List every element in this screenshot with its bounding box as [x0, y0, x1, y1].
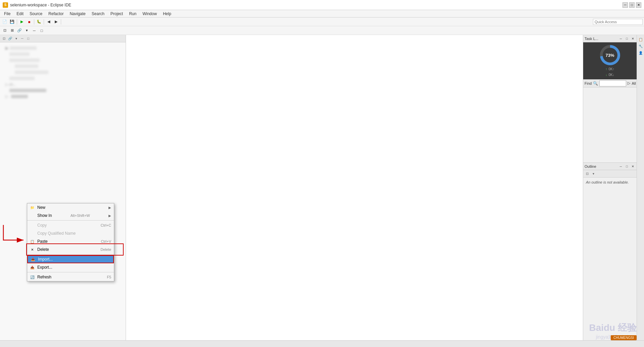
sep1	[17, 19, 17, 25]
task-panel-close[interactable]: ✕	[631, 36, 635, 41]
back-btn[interactable]: ◀	[45, 18, 52, 25]
outline-btn1[interactable]: ⊡	[585, 171, 590, 177]
close-button[interactable]: ✕	[636, 2, 641, 8]
outline-btn2[interactable]: ▾	[591, 171, 596, 177]
window-controls: ─ □ ✕	[622, 2, 641, 8]
far-right-btn1[interactable]: 📋	[638, 36, 644, 42]
outline-maximize[interactable]: □	[625, 164, 629, 169]
ctx-export[interactable]: 📤 Export...	[27, 263, 114, 271]
ctx-copy: Copy Ctrl+C	[27, 221, 114, 229]
stop-btn[interactable]: ■	[26, 18, 33, 25]
save-btn[interactable]: 💾	[9, 18, 15, 25]
network-down: ↓ 0K↓	[605, 73, 614, 77]
tree-item[interactable]: ▷ ch...	[3, 81, 123, 87]
network-up: ↑ 0K↑	[605, 67, 614, 71]
editor-content	[126, 35, 583, 346]
show-in-icon	[30, 213, 35, 218]
outline-title: Outline	[585, 164, 617, 168]
far-right-panel: 📋 🔧 👤	[637, 35, 644, 346]
paste-icon: 📋	[30, 239, 35, 244]
ctx-delete[interactable]: ✕ Delete Delete	[27, 245, 114, 254]
tree-item[interactable]	[3, 63, 123, 69]
tree-item[interactable]	[3, 57, 123, 63]
app-title: selenium-workspace - Eclipse IDE	[10, 3, 620, 7]
sep2	[34, 19, 34, 25]
status-bar	[0, 340, 644, 347]
task-list-panel: Task L... ─ □ ✕ 73% ↑ 0K↑ ↓ 0K↓	[583, 35, 637, 163]
view-menu-btn[interactable]: ▾	[24, 27, 30, 34]
quick-access-input[interactable]	[593, 19, 643, 25]
title-bar: S selenium-workspace - Eclipse IDE ─ □ ✕	[0, 0, 644, 10]
main-toolbar: 📄 💾 ▶ ■ 🐛 ◀ ▶	[0, 17, 644, 26]
project-tree-area: ▶ ▷ ch...	[0, 42, 126, 346]
ctx-paste[interactable]: 📋 Paste Ctrl+V	[27, 237, 114, 245]
ctx-sep2	[27, 254, 114, 255]
task-list-header: Task L... ─ □ ✕	[583, 35, 637, 42]
context-menu: 📁 New ▶ Show In Alt+Shift+W ▶ Copy Ctrl+…	[27, 203, 114, 281]
link-btn[interactable]: 🔗	[16, 27, 23, 34]
maximize-button[interactable]: □	[629, 2, 635, 8]
collapse-btn[interactable]: ⊡	[1, 27, 8, 34]
ctx-refresh[interactable]: 🔄 Refresh F5	[27, 273, 114, 281]
export-icon: 📤	[30, 265, 35, 270]
copy-qualified-icon	[30, 231, 35, 236]
menu-source[interactable]: Source	[27, 11, 45, 17]
tree-item[interactable]	[3, 75, 123, 81]
new-icon: 📁	[30, 205, 35, 210]
tree-item[interactable]	[3, 69, 123, 75]
collapse-all-btn[interactable]: ⊡	[1, 36, 7, 41]
cpu-gauge: 73%	[600, 45, 620, 65]
find-label: Find	[585, 81, 592, 85]
ctx-show-in[interactable]: Show In Alt+Shift+W ▶	[27, 211, 114, 220]
minimize-left-btn[interactable]: ─	[19, 36, 25, 41]
blurred-tree: ▶ ▷ ch...	[0, 42, 126, 102]
expand-btn[interactable]: ⊞	[9, 27, 15, 34]
run-btn[interactable]: ▶	[18, 18, 25, 25]
task-list-title: Task L...	[585, 37, 617, 41]
tree-item[interactable]	[3, 51, 123, 57]
tree-item[interactable]: ▷	[3, 93, 123, 100]
outline-close[interactable]: ✕	[631, 164, 635, 169]
menu-run[interactable]: Run	[126, 11, 139, 17]
minimize-panel-btn[interactable]: ─	[31, 27, 38, 34]
view-menu-btn2[interactable]: ▾	[13, 36, 19, 41]
ctx-sep1	[27, 220, 114, 221]
app-icon: S	[3, 2, 8, 8]
menu-file[interactable]: File	[1, 11, 13, 17]
ctx-new[interactable]: 📁 New ▶	[27, 203, 114, 211]
task-panel-minimize[interactable]: ─	[618, 36, 623, 41]
menu-window[interactable]: Window	[140, 11, 160, 17]
tree-item[interactable]: ▶	[3, 45, 123, 51]
ctx-copy-qualified: Copy Qualified Name	[27, 229, 114, 237]
outline-panel: Outline ─ □ ✕ ⊡ ▾ An outline is not avai…	[583, 163, 637, 346]
left-panel: ⊡ 🔗 ▾ ─ □ ▶	[0, 35, 126, 346]
tree-item[interactable]	[3, 87, 123, 93]
menu-navigate[interactable]: Navigate	[67, 11, 88, 17]
ctx-import[interactable]: 📥 Import...	[27, 255, 114, 263]
forward-btn[interactable]: ▶	[53, 18, 59, 25]
find-icon: 🔍	[593, 81, 598, 86]
menu-project[interactable]: Project	[108, 11, 126, 17]
maximize-panel-btn[interactable]: □	[38, 27, 45, 34]
menu-edit[interactable]: Edit	[14, 11, 26, 17]
find-bar: Find 🔍 ▷ All ▷ Ac	[583, 79, 637, 87]
outline-minimize[interactable]: ─	[618, 164, 623, 169]
debug-btn[interactable]: 🐛	[36, 18, 42, 25]
new-btn[interactable]: 📄	[1, 18, 8, 25]
far-right-btn3[interactable]: 👤	[638, 50, 644, 56]
link-with-editor-btn[interactable]: 🔗	[7, 36, 13, 41]
import-icon: 📥	[31, 257, 35, 262]
secondary-toolbar: ⊡ ⊞ 🔗 ▾ ─ □	[0, 26, 644, 35]
outline-empty-text: An outline is not available.	[583, 178, 637, 187]
menu-bar: File Edit Source Refactor Navigate Searc…	[0, 10, 644, 17]
menu-refactor[interactable]: Refactor	[46, 11, 66, 17]
minimize-button[interactable]: ─	[622, 2, 628, 8]
task-panel-maximize[interactable]: □	[625, 36, 629, 41]
menu-search[interactable]: Search	[89, 11, 107, 17]
main-layout: ⊡ 🔗 ▾ ─ □ ▶	[0, 35, 644, 346]
menu-help[interactable]: Help	[160, 11, 174, 17]
find-input[interactable]	[599, 80, 626, 86]
maximize-left-btn[interactable]: □	[26, 36, 31, 41]
far-right-btn2[interactable]: 🔧	[638, 43, 644, 49]
find-all[interactable]: All	[632, 81, 636, 85]
